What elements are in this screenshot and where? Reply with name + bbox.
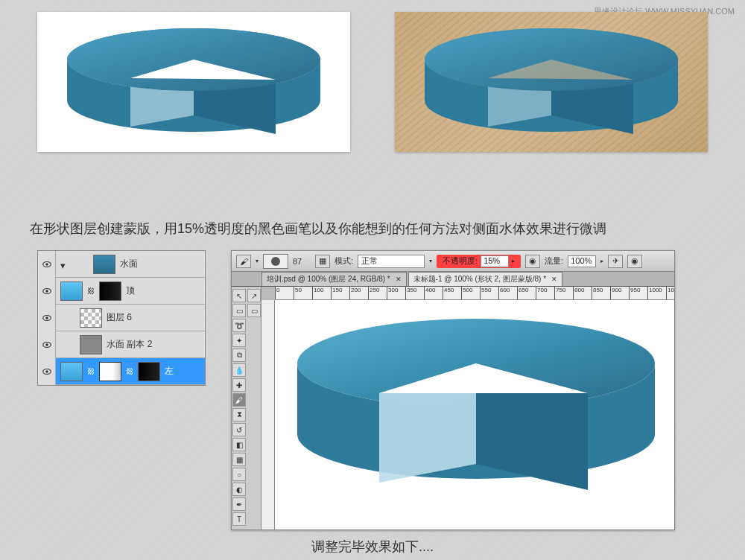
- history-brush-tool[interactable]: ↺: [232, 423, 246, 436]
- shape-tool[interactable]: ▭: [247, 304, 261, 317]
- ruler-tick: 300: [387, 287, 398, 299]
- flow-label: 流量:: [545, 255, 563, 267]
- opacity-control[interactable]: 不透明度: 15% ▸: [437, 255, 521, 268]
- brush-size: 87: [293, 257, 311, 266]
- stamp-tool[interactable]: ⧗: [232, 408, 246, 421]
- tab-label: 未标题-1 @ 100% (形状 2, 图层蒙版/8) *: [413, 275, 547, 283]
- ruler-tick: 350: [405, 287, 416, 299]
- tab-training-psd[interactable]: 培训.psd @ 100% (图层 24, RGB/8) * ✕: [261, 272, 407, 286]
- ruler-tick: 150: [331, 287, 342, 299]
- svg-point-13: [45, 370, 48, 373]
- close-icon[interactable]: ✕: [396, 276, 402, 283]
- ruler-tick: 750: [554, 287, 565, 299]
- lasso-tool[interactable]: ➰: [232, 319, 246, 332]
- eye-icon: [42, 340, 52, 350]
- brush-tool[interactable]: 🖌: [232, 393, 246, 407]
- photoshop-window: 🖌 ▾ 87 ▦ 模式: 正常 ▾ 不透明度: 15% ▸ ◉ 流量: 100%…: [231, 250, 675, 530]
- eye-icon: [42, 286, 52, 296]
- ruler-tick: 850: [592, 287, 603, 299]
- brush-tool-icon[interactable]: 🖌: [236, 255, 251, 268]
- mode-select[interactable]: 正常: [358, 255, 425, 268]
- ruler-tick: 250: [368, 287, 379, 299]
- layer-row-water-copy2[interactable]: 水面 副本 2: [38, 331, 205, 358]
- ruler-tick: 600: [498, 287, 510, 299]
- visibility-toggle[interactable]: [38, 305, 56, 331]
- ruler-tick: 700: [536, 287, 547, 299]
- eye-icon: [42, 366, 52, 377]
- brush-panel-toggle[interactable]: ▦: [315, 255, 330, 268]
- result-image-sand-bg: [395, 12, 708, 152]
- instruction-text: 在形状图层创建蒙版，用15%透明度的黑色画笔以及你能想到的任何方法对侧面水体效果…: [30, 220, 715, 238]
- svg-point-7: [45, 290, 48, 293]
- ruler-tick: 550: [480, 287, 491, 299]
- layer-name: 图层 6: [107, 311, 132, 324]
- canvas-wrap: 0501001502002503003504004505005506006507…: [261, 287, 674, 529]
- ruler-vertical: [261, 300, 275, 529]
- ruler-tick: 200: [349, 287, 361, 299]
- pen-tool[interactable]: ✒: [232, 497, 246, 511]
- options-bar: 🖌 ▾ 87 ▦ 模式: 正常 ▾ 不透明度: 15% ▸ ◉ 流量: 100%…: [232, 251, 674, 272]
- ruler-tick: 800: [573, 287, 584, 299]
- wand-tool[interactable]: ✦: [232, 334, 246, 347]
- flow-value[interactable]: 100%: [568, 255, 596, 267]
- ruler-tick: 450: [443, 287, 454, 299]
- ruler-tick: 50: [294, 287, 302, 299]
- dodge-tool[interactable]: ◐: [232, 483, 246, 496]
- ruler-tick: 100: [312, 287, 323, 299]
- heal-tool[interactable]: ✚: [232, 378, 246, 392]
- layer-row-left[interactable]: ⛓ ⛓ 左: [38, 358, 205, 385]
- gradient-tool[interactable]: ▦: [232, 453, 246, 466]
- layer-row-layer6[interactable]: 图层 6: [38, 305, 205, 331]
- blur-tool[interactable]: ○: [232, 468, 246, 481]
- footer-text: 调整完毕效果如下....: [0, 538, 745, 556]
- layer-content: 图层 6: [56, 308, 205, 328]
- ruler-tick: 650: [517, 287, 528, 299]
- eraser-tool[interactable]: ◧: [232, 438, 246, 451]
- canvas[interactable]: [275, 300, 674, 529]
- visibility-toggle[interactable]: [38, 251, 56, 278]
- layer-row-top[interactable]: ⛓ 顶: [38, 278, 205, 305]
- marquee-tool[interactable]: ▭: [232, 304, 246, 317]
- layer-thumb: [80, 308, 102, 328]
- tab-untitled-1[interactable]: 未标题-1 @ 100% (形状 2, 图层蒙版/8) * ✕: [408, 272, 562, 286]
- visibility-toggle[interactable]: [38, 358, 56, 385]
- layer-name: 顶: [126, 284, 135, 297]
- eyedropper-tool[interactable]: 💧: [232, 363, 246, 377]
- link-icon: ⛓: [87, 367, 95, 375]
- tablet-size-icon[interactable]: ◉: [627, 255, 642, 268]
- airbrush-icon[interactable]: ✈: [608, 255, 623, 268]
- visibility-toggle[interactable]: [38, 278, 56, 305]
- layer-content: ▾ 水面: [56, 255, 205, 274]
- mask-thumb: [99, 281, 121, 301]
- brush-preview[interactable]: [263, 254, 288, 269]
- ruler-tick: 1050: [666, 287, 674, 299]
- result-image-white-bg: [37, 12, 350, 152]
- ruler-tick: 900: [610, 287, 621, 299]
- link-icon: ⛓: [126, 367, 133, 375]
- type-tool[interactable]: T: [232, 512, 246, 526]
- ruler-tick: 500: [461, 287, 472, 299]
- link-icon: ⛓: [87, 287, 95, 295]
- crop-tool[interactable]: ⧉: [232, 349, 246, 362]
- expand-icon[interactable]: ▾: [60, 260, 69, 269]
- opacity-label: 不透明度:: [443, 255, 478, 267]
- toolbox: ↖ ▭ ➰ ✦ ⧉ 💧 ✚ 🖌 ⧗ ↺ ◧ ▦ ○ ◐ ✒ T ↗ ▭: [232, 287, 261, 529]
- visibility-toggle[interactable]: [38, 331, 56, 358]
- tablet-opacity-icon[interactable]: ◉: [525, 255, 540, 268]
- layer-thumb: [93, 255, 115, 274]
- path-select-tool[interactable]: ↗: [247, 289, 261, 302]
- canvas-artwork: [275, 300, 674, 529]
- mode-label: 模式:: [335, 255, 353, 267]
- layer-row-water-surface[interactable]: ▾ 水面: [38, 251, 205, 278]
- close-icon[interactable]: ✕: [551, 276, 557, 283]
- layer-content: 水面 副本 2: [56, 335, 205, 354]
- opacity-value[interactable]: 15%: [481, 255, 509, 267]
- ruler-tick: 0: [275, 287, 279, 299]
- layer-name: 水面 副本 2: [107, 338, 152, 351]
- document-tabs: 培训.psd @ 100% (图层 24, RGB/8) * ✕ 未标题-1 @…: [232, 272, 674, 287]
- layers-panel: ▾ 水面 ⛓ 顶 图层 6: [37, 250, 206, 386]
- move-tool[interactable]: ↖: [232, 289, 246, 302]
- svg-point-5: [45, 263, 48, 266]
- svg-point-9: [45, 316, 48, 319]
- eye-icon: [42, 259, 52, 270]
